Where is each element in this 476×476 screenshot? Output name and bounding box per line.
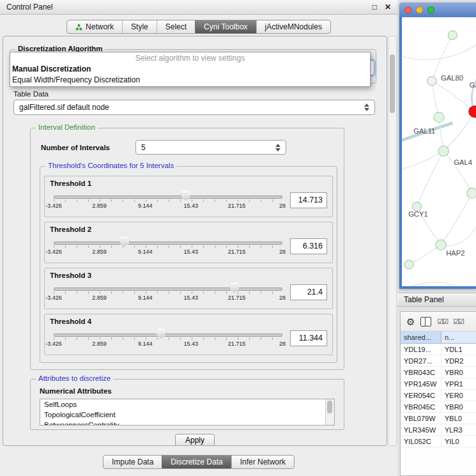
- cell-name[interactable]: YBR0: [441, 401, 476, 412]
- tab-discretize-data[interactable]: Discretize Data: [162, 456, 231, 468]
- table-data-combobox[interactable]: galFiltered.sif default node: [13, 100, 375, 115]
- tick-label: 21.715: [228, 203, 246, 209]
- cell-name[interactable]: YBL0: [441, 413, 476, 424]
- network-edge[interactable]: [409, 245, 441, 265]
- tab-label: jActiveMNodules: [265, 22, 322, 31]
- cell-name[interactable]: YIL0: [441, 436, 476, 447]
- network-edge[interactable]: [417, 151, 443, 207]
- tick-label: -3.426: [45, 341, 62, 347]
- select-all-columns-icon[interactable]: ☑☑: [453, 318, 463, 326]
- network-edge[interactable]: [402, 43, 476, 60]
- network-node[interactable]: [467, 188, 476, 198]
- tab-select[interactable]: Select: [157, 20, 195, 33]
- cell-name[interactable]: YBR0: [441, 367, 476, 378]
- gear-icon[interactable]: ⚙: [406, 317, 415, 326]
- column-header-shared-name[interactable]: shared...: [401, 332, 441, 343]
- slider-track[interactable]: [54, 242, 282, 245]
- scrollbar-thumb[interactable]: [327, 401, 332, 413]
- slider-track[interactable]: [54, 196, 282, 199]
- tab-label: Style: [131, 22, 148, 31]
- network-canvas[interactable]: GAL80GAGAL11GAL4GCY1HAP2: [402, 17, 476, 286]
- scrollbar-thumb[interactable]: [390, 54, 395, 113]
- table-row[interactable]: YDR27... YDR2: [401, 355, 476, 367]
- table-row[interactable]: YER054C YER0: [401, 390, 476, 401]
- network-edge[interactable]: [443, 151, 472, 194]
- table-data-value: galFiltered.sif default node: [19, 103, 109, 112]
- table-row[interactable]: YPR145W YPR1: [401, 378, 476, 390]
- threshold-slider[interactable]: -3.4262.8599.14415.4321.71528: [54, 326, 282, 349]
- dropdown-option-equal-width-frequency[interactable]: Equal Width/Frequency Discretization: [10, 75, 370, 86]
- attributes-list-scrollbar[interactable]: [325, 399, 334, 425]
- float-window-icon[interactable]: □: [372, 3, 377, 12]
- network-edge[interactable]: [432, 81, 475, 112]
- network-edge[interactable]: [402, 282, 454, 286]
- interval-definition-groupbox: Interval Definition Number of Intervals …: [30, 128, 344, 370]
- tick-label: 21.715: [228, 295, 246, 301]
- cell-shared-name[interactable]: YBR043C: [401, 367, 441, 378]
- cell-shared-name[interactable]: YER054C: [401, 390, 441, 401]
- network-node[interactable]: [436, 240, 446, 250]
- network-node[interactable]: [427, 77, 436, 86]
- cell-name[interactable]: YPR1: [441, 378, 476, 389]
- threshold-slider[interactable]: -3.4262.8599.14415.4321.71528: [54, 280, 282, 303]
- minimize-traffic-light-icon[interactable]: [416, 6, 423, 13]
- tab-jactivemnodules[interactable]: jActiveMNodules: [256, 20, 330, 33]
- slider-track[interactable]: [54, 288, 282, 291]
- network-node[interactable]: [434, 112, 444, 123]
- tab-impute-data[interactable]: Impute Data: [104, 456, 162, 468]
- cell-name[interactable]: YDR2: [441, 355, 476, 366]
- cell-name[interactable]: YER0: [441, 390, 476, 401]
- threshold-slider[interactable]: -3.4262.8599.14415.4321.71528: [54, 234, 282, 257]
- tab-style[interactable]: Style: [122, 20, 157, 33]
- table-row[interactable]: YBL079W YBL0: [401, 413, 476, 424]
- threshold-value-field[interactable]: 6.316: [290, 238, 327, 254]
- network-edge[interactable]: [432, 81, 439, 118]
- cell-shared-name[interactable]: YBL079W: [401, 413, 441, 424]
- numerical-attributes-list[interactable]: SelfLoopsTopologicalCoefficientBetweenne…: [40, 399, 335, 426]
- apply-button[interactable]: Apply: [175, 434, 215, 446]
- control-panel-scrollbar[interactable]: [388, 36, 397, 446]
- network-edge[interactable]: [443, 112, 475, 151]
- attribute-item[interactable]: BetweennessCentrality: [40, 420, 334, 426]
- cell-name[interactable]: YLR3: [441, 424, 476, 435]
- network-node[interactable]: [404, 260, 413, 269]
- table-row[interactable]: YDL19... YDL1: [401, 344, 476, 355]
- cell-shared-name[interactable]: YPR145W: [401, 378, 441, 389]
- cell-name[interactable]: YDL1: [441, 344, 476, 355]
- table-row[interactable]: YLR345W YLR3: [401, 424, 476, 436]
- cell-shared-name[interactable]: YIL052C: [401, 436, 441, 447]
- cell-shared-name[interactable]: YBR045C: [401, 401, 441, 412]
- dropdown-option-manual-discretization[interactable]: Manual Discretization: [10, 64, 370, 75]
- network-node[interactable]: [448, 31, 457, 40]
- close-traffic-light-icon[interactable]: [404, 6, 411, 13]
- dropdown-option-placeholder[interactable]: Select algorithm to view settings: [10, 53, 370, 64]
- number-of-intervals-combobox[interactable]: 5: [135, 140, 286, 155]
- tab-cyni-toolbox[interactable]: Cyni Toolbox: [195, 20, 256, 33]
- network-edge[interactable]: [402, 151, 443, 171]
- table-row[interactable]: YBR045C YBR0: [401, 401, 476, 413]
- table-row[interactable]: YIL052C YIL0: [401, 436, 476, 447]
- columns-icon[interactable]: [420, 317, 431, 326]
- tab-network[interactable]: Network: [67, 20, 122, 33]
- tick-label: 2.859: [92, 249, 107, 255]
- table-row[interactable]: YBR043C YBR0: [401, 367, 476, 378]
- tab-infer-network[interactable]: Infer Network: [231, 456, 294, 468]
- threshold-value-field[interactable]: 11.344: [290, 330, 327, 346]
- network-node[interactable]: [438, 146, 449, 157]
- slider-track[interactable]: [54, 334, 282, 337]
- network-node[interactable]: [412, 202, 421, 211]
- threshold-value-field[interactable]: 21.4: [290, 284, 327, 300]
- threshold-value-field[interactable]: 14.713: [290, 192, 327, 208]
- cell-shared-name[interactable]: YLR345W: [401, 424, 441, 435]
- attribute-item[interactable]: TopologicalCoefficient: [40, 410, 334, 420]
- threshold-slider[interactable]: -3.4262.8599.14415.4321.71528: [54, 188, 282, 211]
- tick-label: -3.426: [45, 203, 62, 209]
- column-header-name[interactable]: n...: [441, 332, 476, 343]
- cell-shared-name[interactable]: YDR27...: [401, 355, 441, 366]
- attribute-item[interactable]: SelfLoops: [40, 399, 334, 410]
- zoom-traffic-light-icon[interactable]: [427, 6, 434, 13]
- close-window-icon[interactable]: ✕: [385, 3, 391, 12]
- network-node-label: GA: [470, 81, 476, 89]
- cell-shared-name[interactable]: YDL19...: [401, 344, 441, 355]
- select-columns-icon[interactable]: ☑☑: [437, 318, 447, 326]
